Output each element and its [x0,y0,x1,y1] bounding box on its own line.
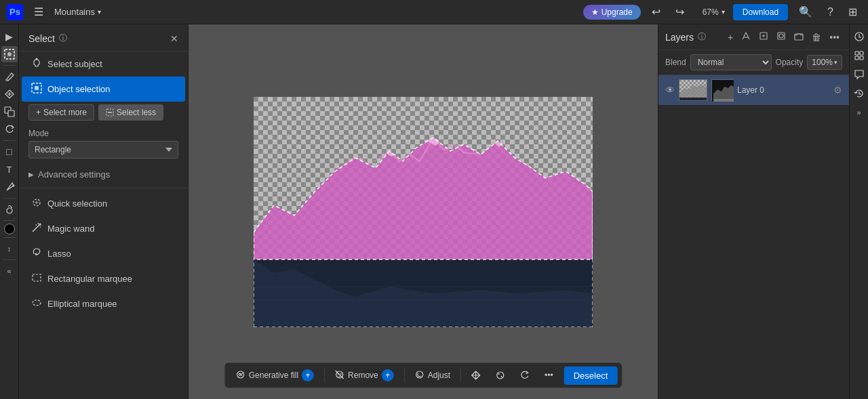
brush-tool[interactable] [1,68,18,85]
rect-marquee-icon [31,272,42,285]
svg-rect-4 [8,110,14,117]
download-button[interactable]: Download [733,4,788,20]
layer-group-button[interactable] [791,30,806,44]
canvas-wrapper[interactable] [254,97,593,327]
canvas-area: Generative fill + Remove + [189,24,658,399]
object-selection-tool[interactable] [1,46,18,62]
lasso-icon [31,247,42,260]
advanced-settings-toggle[interactable]: ▶ Advanced settings [19,164,188,185]
zoom-value: 67% [695,7,719,17]
refresh-icon [520,371,530,380]
panel-title-text: Select [28,33,55,44]
mode-section: Mode Rectangle Lasso [19,126,188,164]
opacity-value-text: 100% [812,58,833,67]
undo-button[interactable]: ↩ [648,3,665,21]
deselect-button[interactable]: Deselect [564,366,618,385]
hamburger-menu[interactable]: ☰ [30,3,47,21]
right-comments-button[interactable] [851,66,867,83]
remove-plus-icon: + [382,369,394,381]
burn-tool[interactable] [1,201,18,217]
layer-visibility-icon[interactable]: 👁 [665,85,675,96]
select-panel: Select ⓘ ✕ Select subject O [19,24,189,399]
pen-tool[interactable] [1,179,18,195]
right-panels-container: Layers ⓘ + [658,24,849,399]
foreground-color[interactable] [4,224,15,234]
more-options-button[interactable]: ••• [538,367,560,383]
layer-mask-button[interactable] [774,30,789,44]
object-selection-label: Object selection [47,84,111,94]
remove-label: Remove [348,371,378,380]
app-logo: Ps [7,4,23,20]
add-layer-button[interactable]: + [725,30,736,44]
panel-item-select-subject[interactable]: Select subject [22,51,185,77]
collapse-toolbar[interactable]: « [1,263,18,279]
document-name: Mountains [54,7,95,17]
svg-rect-43 [855,51,859,55]
panel-item-object-selection[interactable]: Object selection [22,77,185,102]
text-tool[interactable]: T [1,161,18,177]
ellip-marquee-label: Elliptical marquee [47,299,117,309]
layer-more-button[interactable]: ••• [827,30,842,44]
layers-title-text: Layers [665,32,694,43]
search-button[interactable]: 🔍 [795,3,816,21]
rotate-tool[interactable] [1,121,18,138]
title-chevron-icon: ▾ [98,8,101,16]
panel-item-rect-marquee[interactable]: Rectangular marquee [22,266,185,291]
opacity-value-display[interactable]: 100% ▾ [807,55,842,70]
select-tool[interactable]: ▶ [1,28,18,45]
panel-close-button[interactable]: ✕ [170,33,178,44]
healing-tool[interactable] [1,86,18,102]
delete-layer-button[interactable]: 🗑 [809,30,824,44]
panel-item-quick-selection[interactable]: Quick selection [22,191,185,216]
panel-item-magic-wand[interactable]: Magic wand [22,216,185,241]
svg-point-35 [779,34,783,38]
right-history2-button[interactable] [851,85,867,102]
right-icon-toolbar: » [849,24,868,399]
generative-fill-button[interactable]: Generative fill + [229,366,321,385]
select-less-button[interactable]: Select less [98,104,163,121]
select-less-icon [106,108,114,117]
blend-mode-select[interactable]: Normal Multiply Screen Overlay [690,54,772,70]
layer-item-0[interactable]: 👁 [658,75,849,105]
svg-rect-44 [860,51,863,55]
crop-button[interactable] [489,367,512,383]
select-more-button[interactable]: + Select more [28,104,94,121]
layer-settings-icon[interactable]: ⚙ [833,85,842,96]
layers-info-icon[interactable]: ⓘ [698,31,706,43]
layers-panel-header: Layers ⓘ + [658,24,849,50]
panel-info-icon[interactable]: ⓘ [59,33,67,44]
zoom-tool[interactable]: ↕ [1,240,18,257]
redo-button[interactable]: ↪ [671,3,688,21]
document-title[interactable]: Mountains ▾ [54,7,101,17]
upgrade-button[interactable]: ★ Upgrade [583,5,641,20]
app-header: Ps ☰ Mountains ▾ ★ Upgrade ↩ ↪ 67% ▾ Dow… [0,0,868,24]
select-more-label: Select more [43,108,87,117]
generative-fill-plus-icon: + [302,369,314,381]
right-library-button[interactable] [851,47,867,64]
clone-tool[interactable] [1,104,18,120]
help-button[interactable]: ? [823,3,837,21]
layer-fx-button[interactable] [738,30,753,44]
right-history-button[interactable] [851,28,867,45]
move-tool-button[interactable] [465,367,488,383]
zoom-chevron-icon[interactable]: ▾ [720,7,726,17]
adjust-button[interactable]: Adjust [408,366,457,385]
blend-opacity-row: Blend Normal Multiply Screen Overlay Opa… [658,50,849,75]
rectangle-tool[interactable]: □ [1,144,18,160]
layer-adjustment-button[interactable] [756,30,771,44]
deselect-label: Deselect [574,371,608,381]
refresh-button[interactable] [513,367,536,383]
mode-select[interactable]: Rectangle Lasso [28,141,178,159]
apps-grid-button[interactable]: ⊞ [844,3,861,21]
upgrade-label: Upgrade [601,7,633,17]
zoom-control[interactable]: 67% ▾ [695,7,726,17]
panel-item-lasso[interactable]: Lasso [22,241,185,266]
svg-point-1 [7,52,12,56]
generative-fill-icon [236,370,245,381]
panel-item-ellip-marquee[interactable]: Elliptical marquee [22,291,185,316]
layer-thumbnail [679,79,707,101]
remove-button[interactable]: Remove + [328,366,401,385]
right-collapse-button[interactable]: » [851,104,867,121]
toolbar-separator-2 [404,369,405,382]
quick-selection-label: Quick selection [47,198,107,209]
